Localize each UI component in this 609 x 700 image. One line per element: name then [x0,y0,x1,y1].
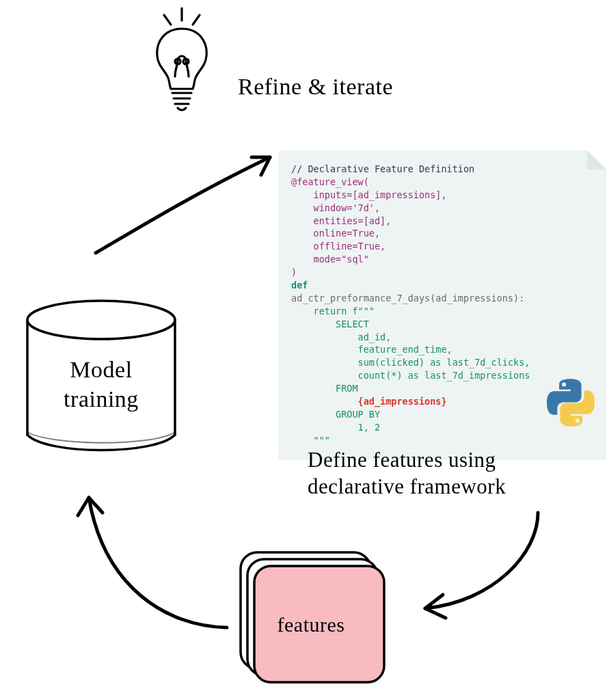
label-refine-iterate: Refine & iterate [238,72,393,102]
code-line: ) [291,267,297,278]
diagram-stage: Refine & iterate // Declarative Feature … [0,0,609,700]
code-line: return f""" [291,306,375,317]
code-line: window='7d', [291,202,380,213]
code-line: GROUP BY [291,409,380,420]
svg-point-8 [27,301,175,339]
svg-line-1 [164,15,171,25]
code-line: ad_ctr_preformance_7_days(ad_impressions… [291,293,524,304]
code-line: {ad_impressions} [291,396,447,407]
code-line: mode="sql" [291,254,369,265]
code-line: offline=True, [291,241,385,252]
code-line: """ [291,435,330,446]
code-line: entities=[ad], [291,215,391,226]
code-line: @feature_view( [291,176,369,187]
code-line: 1, 2 [291,422,380,433]
code-line: inputs=[ad_impressions], [291,189,447,200]
code-line: online=True, [291,228,380,239]
code-line: // Declarative Feature Definition [291,163,474,174]
label-model-training: Model training [41,355,161,414]
code-line: count(*) as last_7d_impressions [291,370,530,381]
label-define-features: Define features using declarative framew… [308,447,506,500]
code-line: sum(clicked) as last_7d_clicks, [291,357,530,368]
arrow-features-to-model [63,470,241,648]
code-line: def [291,280,308,291]
code-line: SELECT [291,319,369,329]
code-line: feature_end_time, [291,344,452,355]
python-icon [547,379,595,427]
code-line: FROM [291,383,358,394]
arrow-define-to-features [398,506,555,629]
label-features: features [260,612,362,638]
lightbulb-icon [141,5,223,115]
svg-line-2 [193,15,200,25]
arrow-code-to-refine [82,144,294,267]
code-line: ad_id, [291,332,391,342]
